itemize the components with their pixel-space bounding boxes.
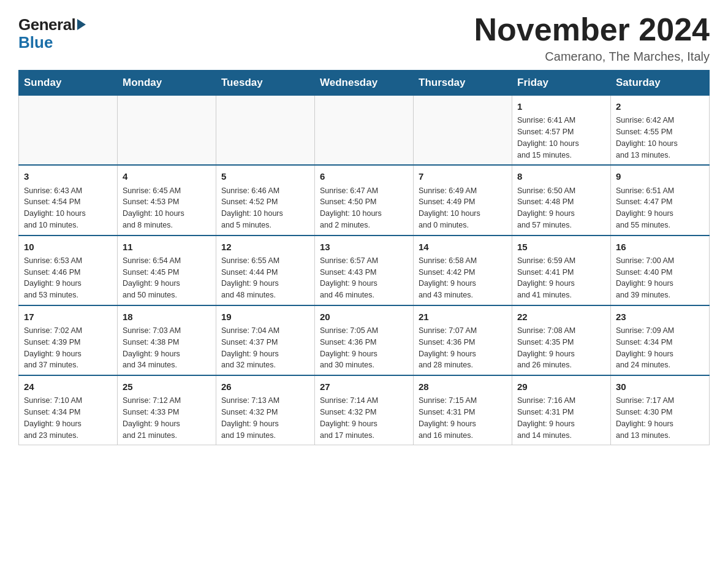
table-row: 11Sunrise: 6:54 AMSunset: 4:45 PMDayligh…: [118, 236, 216, 305]
table-row: 16Sunrise: 7:00 AMSunset: 4:40 PMDayligh…: [611, 236, 710, 305]
table-row: [315, 96, 414, 166]
day-info: Sunrise: 6:55 AMSunset: 4:44 PMDaylight:…: [221, 255, 309, 301]
table-row: 13Sunrise: 6:57 AMSunset: 4:43 PMDayligh…: [315, 236, 414, 305]
table-row: 24Sunrise: 7:10 AMSunset: 4:34 PMDayligh…: [19, 375, 118, 445]
table-row: 26Sunrise: 7:13 AMSunset: 4:32 PMDayligh…: [216, 375, 315, 445]
day-info: Sunrise: 7:12 AMSunset: 4:33 PMDaylight:…: [123, 395, 211, 441]
day-number: 24: [24, 380, 112, 394]
table-row: [19, 96, 118, 166]
day-info: Sunrise: 7:02 AMSunset: 4:39 PMDaylight:…: [24, 325, 112, 371]
table-row: 10Sunrise: 6:53 AMSunset: 4:46 PMDayligh…: [19, 236, 118, 305]
day-number: 22: [517, 310, 605, 324]
day-number: 6: [320, 169, 408, 183]
table-row: 15Sunrise: 6:59 AMSunset: 4:41 PMDayligh…: [512, 236, 611, 305]
table-row: 8Sunrise: 6:50 AMSunset: 4:48 PMDaylight…: [512, 165, 611, 235]
day-number: 30: [616, 380, 704, 394]
day-info: Sunrise: 7:17 AMSunset: 4:30 PMDaylight:…: [616, 395, 704, 441]
day-number: 16: [616, 240, 704, 254]
table-row: [118, 96, 216, 166]
table-row: 14Sunrise: 6:58 AMSunset: 4:42 PMDayligh…: [414, 236, 512, 305]
logo: General Blue: [18, 15, 86, 50]
table-row: 28Sunrise: 7:15 AMSunset: 4:31 PMDayligh…: [414, 375, 512, 445]
day-info: Sunrise: 6:46 AMSunset: 4:52 PMDaylight:…: [221, 185, 309, 231]
day-number: 8: [517, 169, 605, 183]
calendar-header-row: Sunday Monday Tuesday Wednesday Thursday…: [19, 71, 710, 96]
header-monday: Monday: [118, 71, 216, 96]
day-info: Sunrise: 6:43 AMSunset: 4:54 PMDaylight:…: [24, 185, 112, 231]
day-info: Sunrise: 7:09 AMSunset: 4:34 PMDaylight:…: [616, 325, 704, 371]
day-number: 14: [419, 240, 507, 254]
day-info: Sunrise: 7:07 AMSunset: 4:36 PMDaylight:…: [419, 325, 507, 371]
calendar-subtitle: Camerano, The Marches, Italy: [474, 50, 710, 64]
day-number: 1: [517, 99, 605, 113]
table-row: 30Sunrise: 7:17 AMSunset: 4:30 PMDayligh…: [611, 375, 710, 445]
day-number: 20: [320, 310, 408, 324]
day-number: 3: [24, 169, 112, 183]
table-row: 17Sunrise: 7:02 AMSunset: 4:39 PMDayligh…: [19, 305, 118, 375]
calendar-week-row: 17Sunrise: 7:02 AMSunset: 4:39 PMDayligh…: [19, 305, 710, 375]
table-row: 29Sunrise: 7:16 AMSunset: 4:31 PMDayligh…: [512, 375, 611, 445]
day-info: Sunrise: 7:00 AMSunset: 4:40 PMDaylight:…: [616, 255, 704, 301]
day-info: Sunrise: 6:41 AMSunset: 4:57 PMDaylight:…: [517, 115, 605, 161]
day-number: 2: [616, 99, 704, 113]
day-info: Sunrise: 6:47 AMSunset: 4:50 PMDaylight:…: [320, 185, 408, 231]
day-number: 27: [320, 380, 408, 394]
table-row: 23Sunrise: 7:09 AMSunset: 4:34 PMDayligh…: [611, 305, 710, 375]
table-row: [216, 96, 315, 166]
table-row: 7Sunrise: 6:49 AMSunset: 4:49 PMDaylight…: [414, 165, 512, 235]
day-info: Sunrise: 7:10 AMSunset: 4:34 PMDaylight:…: [24, 395, 112, 441]
day-info: Sunrise: 6:45 AMSunset: 4:53 PMDaylight:…: [123, 185, 211, 231]
header-sunday: Sunday: [19, 71, 118, 96]
day-info: Sunrise: 6:50 AMSunset: 4:48 PMDaylight:…: [517, 185, 605, 231]
table-row: 9Sunrise: 6:51 AMSunset: 4:47 PMDaylight…: [611, 165, 710, 235]
day-info: Sunrise: 7:08 AMSunset: 4:35 PMDaylight:…: [517, 325, 605, 371]
day-info: Sunrise: 6:54 AMSunset: 4:45 PMDaylight:…: [123, 255, 211, 301]
day-info: Sunrise: 6:42 AMSunset: 4:55 PMDaylight:…: [616, 115, 704, 161]
day-info: Sunrise: 7:03 AMSunset: 4:38 PMDaylight:…: [123, 325, 211, 371]
day-number: 29: [517, 380, 605, 394]
day-number: 28: [419, 380, 507, 394]
day-number: 18: [123, 310, 211, 324]
header-saturday: Saturday: [611, 71, 710, 96]
calendar-table: Sunday Monday Tuesday Wednesday Thursday…: [18, 70, 710, 445]
table-row: 22Sunrise: 7:08 AMSunset: 4:35 PMDayligh…: [512, 305, 611, 375]
header-friday: Friday: [512, 71, 611, 96]
header-tuesday: Tuesday: [216, 71, 315, 96]
table-row: [414, 96, 512, 166]
table-row: 1Sunrise: 6:41 AMSunset: 4:57 PMDaylight…: [512, 96, 611, 166]
day-number: 12: [221, 240, 309, 254]
table-row: 4Sunrise: 6:45 AMSunset: 4:53 PMDaylight…: [118, 165, 216, 235]
table-row: 6Sunrise: 6:47 AMSunset: 4:50 PMDaylight…: [315, 165, 414, 235]
day-info: Sunrise: 7:15 AMSunset: 4:31 PMDaylight:…: [419, 395, 507, 441]
header-wednesday: Wednesday: [315, 71, 414, 96]
day-number: 26: [221, 380, 309, 394]
day-info: Sunrise: 7:13 AMSunset: 4:32 PMDaylight:…: [221, 395, 309, 441]
table-row: 18Sunrise: 7:03 AMSunset: 4:38 PMDayligh…: [118, 305, 216, 375]
table-row: 5Sunrise: 6:46 AMSunset: 4:52 PMDaylight…: [216, 165, 315, 235]
logo-general-text: General: [18, 15, 75, 34]
day-info: Sunrise: 6:58 AMSunset: 4:42 PMDaylight:…: [419, 255, 507, 301]
logo-arrow-icon: [77, 19, 86, 30]
day-number: 21: [419, 310, 507, 324]
day-number: 11: [123, 240, 211, 254]
day-number: 4: [123, 169, 211, 183]
table-row: 27Sunrise: 7:14 AMSunset: 4:32 PMDayligh…: [315, 375, 414, 445]
page-header: General Blue November 2024 Camerano, The…: [18, 12, 710, 64]
table-row: 21Sunrise: 7:07 AMSunset: 4:36 PMDayligh…: [414, 305, 512, 375]
calendar-week-row: 3Sunrise: 6:43 AMSunset: 4:54 PMDaylight…: [19, 165, 710, 235]
day-number: 19: [221, 310, 309, 324]
logo-blue-text: Blue: [18, 34, 53, 50]
day-info: Sunrise: 6:57 AMSunset: 4:43 PMDaylight:…: [320, 255, 408, 301]
table-row: 12Sunrise: 6:55 AMSunset: 4:44 PMDayligh…: [216, 236, 315, 305]
table-row: 19Sunrise: 7:04 AMSunset: 4:37 PMDayligh…: [216, 305, 315, 375]
header-thursday: Thursday: [414, 71, 512, 96]
calendar-week-row: 1Sunrise: 6:41 AMSunset: 4:57 PMDaylight…: [19, 96, 710, 166]
table-row: 20Sunrise: 7:05 AMSunset: 4:36 PMDayligh…: [315, 305, 414, 375]
day-number: 23: [616, 310, 704, 324]
day-number: 13: [320, 240, 408, 254]
day-info: Sunrise: 6:49 AMSunset: 4:49 PMDaylight:…: [419, 185, 507, 231]
calendar-title: November 2024: [474, 12, 710, 47]
day-info: Sunrise: 7:16 AMSunset: 4:31 PMDaylight:…: [517, 395, 605, 441]
day-number: 25: [123, 380, 211, 394]
day-info: Sunrise: 6:51 AMSunset: 4:47 PMDaylight:…: [616, 185, 704, 231]
